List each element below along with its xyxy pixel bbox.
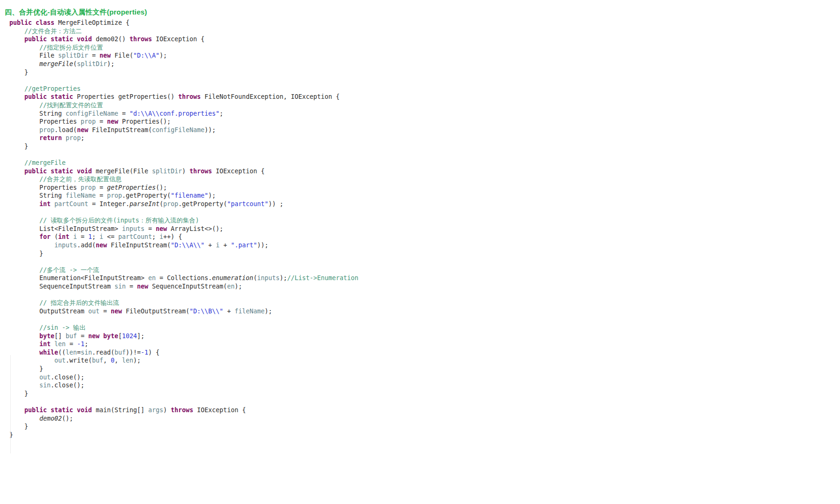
code-token-v: i bbox=[73, 233, 77, 240]
code-token-i: getProperties bbox=[107, 184, 156, 191]
code-token-p: } bbox=[9, 365, 43, 372]
code-token-p: } bbox=[9, 250, 43, 257]
code-token-p: ++) { bbox=[163, 233, 182, 240]
code-token-p: = bbox=[96, 118, 107, 125]
code-line: String configFileName = "d:\\A\\conf.pro… bbox=[9, 110, 359, 118]
code-token-p: = bbox=[96, 184, 107, 191]
code-token-p bbox=[9, 200, 39, 208]
code-token-v: buf bbox=[66, 333, 77, 340]
code-token-v: prop bbox=[39, 126, 54, 133]
code-token-k: new bbox=[137, 283, 148, 290]
code-token-p bbox=[69, 233, 73, 240]
code-token-p: FileInputStream( bbox=[107, 242, 171, 249]
code-token-p: ) bbox=[182, 168, 189, 175]
code-token-p: MergeFileOptimize { bbox=[54, 19, 129, 26]
code-token-i: parseInt bbox=[129, 200, 159, 208]
code-line: //找到配置文件的位置 bbox=[9, 101, 359, 110]
code-token-p bbox=[9, 134, 39, 141]
code-token-p: = bbox=[118, 110, 129, 117]
code-line: //mergeFile bbox=[9, 159, 359, 167]
code-line: } bbox=[9, 431, 359, 439]
code-block: public class MergeFileOptimize { //文件合并：… bbox=[9, 19, 359, 439]
code-token-p: ); bbox=[279, 274, 287, 282]
code-token-p bbox=[9, 374, 39, 381]
code-token-v: buf bbox=[114, 349, 126, 356]
code-token-p: } bbox=[9, 143, 28, 150]
code-token-p: demo02() bbox=[92, 36, 129, 43]
code-line: SequenceInputStream sin = new SequenceIn… bbox=[9, 282, 359, 291]
code-token-v: out bbox=[88, 308, 99, 315]
code-line: OutputStream out = new FileOutputStream(… bbox=[9, 307, 359, 316]
code-token-p: )); bbox=[204, 126, 216, 133]
code-token-p: .write( bbox=[66, 357, 92, 364]
code-line bbox=[9, 398, 359, 406]
code-token-p bbox=[9, 382, 39, 389]
code-token-v: configFileName bbox=[152, 126, 204, 133]
code-line bbox=[9, 76, 359, 85]
code-line: List<FileInputStream> inputs = new Array… bbox=[9, 225, 359, 233]
code-token-p: )) ; bbox=[268, 200, 283, 208]
code-token-v: prop bbox=[66, 134, 81, 141]
code-line: int len = -1; bbox=[9, 340, 359, 348]
code-token-v: out bbox=[39, 374, 51, 381]
code-token-k: public class bbox=[9, 19, 54, 26]
code-token-k: new bbox=[99, 52, 111, 59]
code-token-p: ))!= bbox=[126, 349, 141, 356]
code-token-n: -1 bbox=[141, 349, 148, 356]
code-token-v: len bbox=[66, 349, 77, 356]
code-line: // 指定合并后的文件输出流 bbox=[9, 299, 359, 307]
code-token-p: ]; bbox=[137, 333, 144, 340]
code-token-k: int bbox=[58, 233, 69, 240]
code-line: String fileName = prop.getProperty("file… bbox=[9, 192, 359, 200]
code-token-s: "filename" bbox=[171, 192, 208, 199]
code-token-c: //getProperties bbox=[9, 85, 81, 92]
code-token-p: = bbox=[126, 283, 137, 290]
code-token-c: //List->Enumeration bbox=[287, 274, 358, 282]
code-token-k: new bbox=[111, 308, 122, 315]
code-token-v: fileName bbox=[66, 192, 96, 199]
code-token-p: FileInputStream( bbox=[88, 126, 152, 133]
code-token-p: SequenceInputStream bbox=[9, 283, 114, 290]
code-token-v: partCount bbox=[118, 233, 152, 240]
code-token-p: File( bbox=[111, 52, 133, 59]
code-token-k: public static void bbox=[24, 407, 92, 414]
code-token-p: ); bbox=[107, 60, 114, 67]
code-token-v: sin bbox=[39, 382, 51, 389]
code-token-k: new bbox=[156, 225, 167, 232]
code-token-p: = bbox=[77, 333, 88, 340]
code-line: inputs.add(new FileInputStream("D:\\A\\"… bbox=[9, 241, 359, 250]
code-token-c: //找到配置文件的位置 bbox=[9, 102, 103, 109]
code-token-p bbox=[51, 200, 54, 208]
code-token-p: = bbox=[144, 225, 156, 232]
code-token-p: = Integer. bbox=[88, 200, 129, 208]
code-token-p bbox=[9, 233, 39, 240]
code-token-v: en bbox=[148, 274, 156, 282]
code-token-p: .close(); bbox=[51, 382, 84, 389]
code-line: //getProperties bbox=[9, 85, 359, 93]
code-token-p bbox=[9, 93, 24, 100]
code-token-p bbox=[62, 134, 66, 141]
code-line: //sin -> 输出 bbox=[9, 324, 359, 332]
code-token-v: prop bbox=[107, 192, 122, 199]
code-token-p bbox=[9, 407, 24, 414]
code-line: byte[] buf = new byte[1024]; bbox=[9, 332, 359, 341]
code-token-p: ( bbox=[73, 60, 77, 67]
code-line: public class MergeFileOptimize { bbox=[9, 19, 359, 27]
code-token-p: .load( bbox=[54, 126, 77, 133]
code-line: } bbox=[9, 250, 359, 258]
code-line: } bbox=[9, 390, 359, 398]
code-token-p: = bbox=[66, 341, 77, 348]
code-token-p bbox=[9, 357, 54, 364]
code-token-n: -1 bbox=[77, 341, 84, 348]
code-line: out.close(); bbox=[9, 373, 359, 382]
code-token-v: prop bbox=[81, 184, 96, 191]
code-token-p: ; bbox=[92, 233, 99, 240]
code-token-p: )); bbox=[257, 242, 268, 249]
code-token-p: ) bbox=[163, 407, 171, 414]
code-token-p: = bbox=[96, 192, 107, 199]
code-token-s: "D:\\B\\" bbox=[189, 308, 223, 315]
code-token-v: len bbox=[122, 357, 133, 364]
code-token-k: public static void bbox=[24, 36, 92, 43]
code-line: while((len=sin.read(buf))!=-1) { bbox=[9, 348, 359, 357]
code-line: Enumeration<FileInputStream> en = Collec… bbox=[9, 274, 359, 282]
